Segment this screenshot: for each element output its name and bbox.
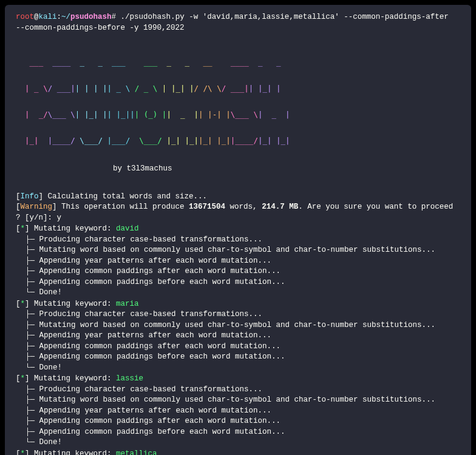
mutation-header: [*] Mutating keyword: maria bbox=[16, 299, 460, 310]
mutation-header: [*] Mutating keyword: lassie bbox=[16, 374, 460, 385]
mutation-step: ├─ Appending common paddings after each … bbox=[16, 266, 460, 277]
mutation-step: ├─ Appending common paddings before each… bbox=[16, 427, 460, 438]
prompt-user: root bbox=[16, 13, 34, 21]
mutation-group-maria: [*] Mutating keyword: maria ├─ Producing… bbox=[16, 299, 460, 374]
keyword-value: maria bbox=[116, 300, 139, 308]
mutation-step: ├─ Producing character case-based transf… bbox=[16, 385, 460, 396]
prompt-line-1[interactable]: root@kali:~/psudohash# ./psudohash.py -w… bbox=[16, 12, 460, 23]
mutation-header: [*] Mutating keyword: david bbox=[16, 224, 460, 235]
b-r4c1: |_| bbox=[16, 136, 48, 145]
mutation-step: ├─ Mutating word based on commonly used … bbox=[16, 320, 460, 331]
b-r1c4: ___ bbox=[112, 58, 139, 67]
b-r4c7: |_| |_| bbox=[199, 136, 231, 145]
b-r4c2: |____/ bbox=[48, 136, 75, 145]
b-r2c9: | |_| | bbox=[249, 84, 281, 93]
b-r3c7: | |-| | bbox=[199, 110, 231, 119]
mutation-step: └─ Done! bbox=[16, 363, 460, 374]
b-r1c2: ____ bbox=[48, 58, 80, 67]
mutation-step: ├─ Producing character case-based transf… bbox=[16, 235, 460, 246]
b-r2c8: / ___| bbox=[222, 84, 249, 93]
mutation-step: ├─ Appending year patterns after each wo… bbox=[16, 256, 460, 267]
mutating-label: Mutating keyword: bbox=[30, 374, 117, 383]
b-r2c6: | |_| | bbox=[162, 84, 194, 93]
b-r1c1: ___ bbox=[16, 58, 48, 67]
b-r1c5: ___ bbox=[139, 58, 166, 67]
mutation-group-lassie: [*] Mutating keyword: lassie ├─ Producin… bbox=[16, 374, 460, 448]
keyword-value: lassie bbox=[116, 374, 143, 383]
byline: by t3l3machus bbox=[16, 164, 460, 175]
b-r4c6: |_| |_| bbox=[166, 136, 199, 145]
terminal-window: root@kali:~/psudohash# ./psudohash.py -w… bbox=[5, 5, 471, 455]
prompt-hash: # bbox=[112, 13, 117, 21]
mutation-step: ├─ Appending common paddings before each… bbox=[16, 277, 460, 288]
b-r4c9: |_| |_| bbox=[258, 136, 290, 145]
mutation-step: ├─ Producing character case-based transf… bbox=[16, 309, 460, 320]
star-icon: * bbox=[21, 224, 25, 233]
mutating-label: Mutating keyword: bbox=[30, 224, 117, 233]
mutation-step: ├─ Appending year patterns after each wo… bbox=[16, 331, 460, 342]
warn-size: 214.7 MB bbox=[262, 203, 298, 211]
prompt-colon: : bbox=[57, 13, 62, 21]
prompt-at: @ bbox=[34, 13, 39, 21]
b-r4c4: |___/ bbox=[107, 136, 135, 145]
mutation-group-david: [*] Mutating keyword: david ├─ Producing… bbox=[16, 224, 460, 298]
prompt-path: psudohash bbox=[70, 13, 112, 21]
b-r1c7: __ bbox=[199, 58, 226, 67]
b-r3c4: | |_|| bbox=[107, 110, 135, 119]
mutation-step: ├─ Appending common paddings before each… bbox=[16, 352, 460, 363]
b-r2c4: | _ \ bbox=[107, 84, 135, 93]
b-r3c8: \___ \ bbox=[231, 110, 258, 119]
command-text-2: --common-paddings-before -y 1990,2022 bbox=[16, 23, 460, 34]
b-r4c3: \___/ bbox=[75, 136, 107, 145]
b-r3c3: | |_| | bbox=[75, 110, 107, 119]
star-icon: * bbox=[21, 450, 25, 455]
warn-post: . Are you sure you want to proceed bbox=[298, 203, 453, 211]
b-r2c2: / ___| bbox=[48, 84, 75, 93]
prompt-host: kali bbox=[39, 13, 57, 21]
info-calc-text: Calculating total words and size... bbox=[43, 192, 207, 201]
b-r2c3: | | | | bbox=[75, 84, 107, 93]
b-r2c7: / /\ \ bbox=[194, 84, 222, 93]
mutation-header: [*] Mutating keyword: metallica bbox=[16, 449, 460, 455]
mutation-step: ├─ Mutating word based on commonly used … bbox=[16, 245, 460, 256]
mutating-label: Mutating keyword: bbox=[30, 450, 117, 455]
b-r3c5: | (_) | bbox=[135, 110, 167, 119]
mutation-group-metallica: [*] Mutating keyword: metallica ├─ Produ… bbox=[16, 449, 460, 455]
command-text-1: ./psudohash.py -w 'david,maria,lassie,me… bbox=[116, 13, 449, 21]
b-r1c8: ____ bbox=[226, 58, 258, 67]
star-icon: * bbox=[21, 374, 25, 383]
b-r3c2: \___ \ bbox=[48, 110, 75, 119]
warn-mid: words, bbox=[225, 203, 262, 211]
b-r3c1: | _/ bbox=[16, 110, 48, 119]
keyword-value: metallica bbox=[116, 450, 157, 455]
b-r3c6: | _ | bbox=[166, 110, 199, 119]
b-r3c9: | _ | bbox=[258, 110, 290, 119]
b-r2c5: / _ \ bbox=[135, 84, 162, 93]
b-r1c9: _ _ bbox=[258, 58, 285, 67]
b-r4c8: |____/ bbox=[231, 136, 258, 145]
confirm-prompt[interactable]: ? [y/n]: y bbox=[16, 213, 460, 224]
mutation-step: └─ Done! bbox=[16, 437, 460, 448]
info-calc-line: [Info] Calculating total words and size.… bbox=[16, 192, 460, 203]
warn-pre: This operation will produce bbox=[57, 203, 189, 211]
b-r1c6: _ _ bbox=[166, 58, 199, 67]
mutation-step: ├─ Mutating word based on commonly used … bbox=[16, 395, 460, 406]
mutation-step: ├─ Appending common paddings after each … bbox=[16, 342, 460, 352]
mutation-step: └─ Done! bbox=[16, 288, 460, 298]
b-r2c1: | _ \ bbox=[16, 84, 48, 93]
mutating-label: Mutating keyword: bbox=[30, 300, 117, 308]
warning-tag: Warning bbox=[21, 203, 53, 211]
star-icon: * bbox=[21, 300, 25, 308]
prompt-tilde: ~/ bbox=[61, 13, 70, 21]
keyword-value: david bbox=[116, 224, 139, 233]
warn-words: 13671504 bbox=[189, 203, 225, 211]
info-tag: Info bbox=[21, 192, 39, 201]
warning-line: [Warning] This operation will produce 13… bbox=[16, 202, 460, 213]
mutation-step: ├─ Appending common paddings after each … bbox=[16, 416, 460, 427]
ascii-banner: ___ ____ _ _ ___ ___ _ _ __ ____ _ _ | _… bbox=[16, 41, 460, 163]
b-r1c3: _ _ bbox=[80, 58, 112, 67]
b-r4c5: \___/ bbox=[135, 136, 167, 145]
mutation-step: ├─ Appending year patterns after each wo… bbox=[16, 406, 460, 417]
